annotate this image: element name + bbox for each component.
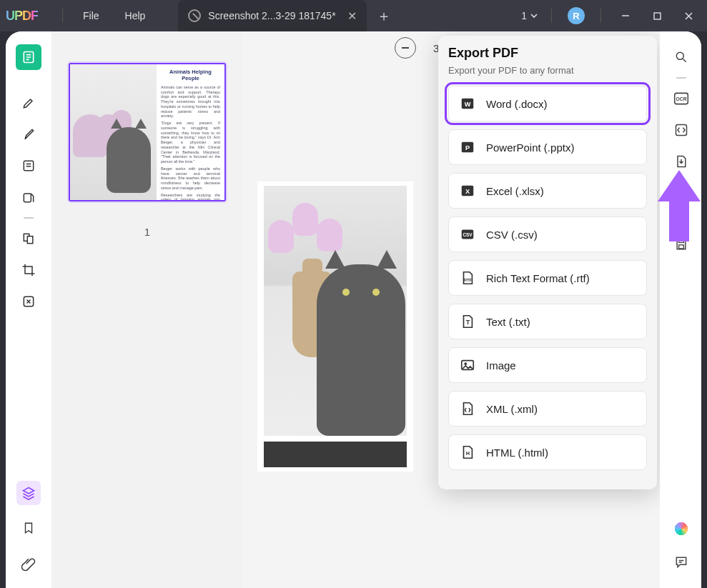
new-tab-button[interactable]: ＋: [377, 6, 391, 26]
ocr-tool[interactable]: OCR: [668, 86, 694, 111]
export-option-label: CSV (.csv): [486, 229, 538, 241]
divider: [676, 181, 686, 183]
window-maximize-button[interactable]: [643, 1, 671, 30]
export-option-label: HTML (.html): [486, 447, 548, 459]
minimize-icon: [621, 11, 631, 21]
export-option-label: Word (.docx): [486, 98, 548, 110]
page-preview: [257, 181, 413, 472]
excel-icon: X: [459, 182, 476, 199]
ai-icon: [670, 517, 692, 539]
svg-rect-0: [654, 13, 661, 19]
layers-icon: [21, 486, 36, 500]
export-option-word[interactable]: W Word (.docx): [448, 86, 647, 121]
zoom-out-button[interactable]: [395, 37, 416, 59]
document-tab[interactable]: Screenshot 2...3-29 181745* ✕: [178, 0, 366, 31]
comment-icon: [674, 555, 688, 569]
separator: [551, 9, 552, 23]
divider: [24, 217, 34, 219]
highlighter-icon: [21, 96, 36, 110]
page-thumbnail[interactable]: Animals Helping People Animals can serve…: [69, 63, 226, 201]
svg-point-20: [676, 52, 683, 59]
export-option-excel[interactable]: X Excel (.xlsx): [448, 173, 647, 209]
save-tool[interactable]: [668, 231, 694, 257]
svg-rect-24: [676, 199, 686, 207]
export-option-label: Rich Text Format (.rtf): [486, 272, 590, 284]
svg-rect-3: [24, 194, 31, 202]
mail-icon: [674, 196, 688, 210]
crop-tool[interactable]: [16, 257, 41, 283]
pages-organize-tool[interactable]: [16, 226, 41, 251]
page-image: [264, 186, 407, 467]
close-icon: [684, 11, 693, 21]
export-panel: Export PDF Export your PDF to any format…: [438, 36, 657, 489]
separator: [62, 9, 63, 23]
save-icon: [674, 237, 688, 251]
search-icon: [674, 50, 688, 64]
svg-rect-25: [678, 239, 683, 242]
export-subtitle: Export your PDF to any format: [448, 65, 647, 76]
thumbnail-page-number: 1: [144, 226, 150, 238]
export-option-xml[interactable]: XML (.xml): [448, 391, 647, 427]
window-close-button[interactable]: [674, 1, 703, 30]
ocr-icon: OCR: [673, 91, 689, 106]
export-option-text[interactable]: T Text (.txt): [448, 304, 647, 339]
close-icon[interactable]: ✕: [347, 9, 357, 23]
svg-text:CSV: CSV: [463, 232, 473, 237]
rtf-icon: RTF: [459, 269, 476, 286]
doc-paragraph: Animals can serve as a source of comfort…: [161, 85, 220, 119]
export-icon: [674, 154, 688, 169]
convert-icon: [674, 123, 688, 137]
powerpoint-icon: P: [459, 139, 476, 156]
export-option-label: Excel (.xlsx): [486, 185, 544, 197]
form-tool[interactable]: [16, 184, 41, 210]
user-avatar[interactable]: R: [568, 7, 585, 24]
document-viewport[interactable]: 31% ▼ Export PDF Export your PDF to any …: [243, 31, 660, 588]
menu-help[interactable]: Help: [112, 10, 159, 21]
pages-icon: [21, 231, 36, 246]
layers-button[interactable]: [16, 481, 41, 505]
ai-assistant-button[interactable]: [673, 521, 689, 537]
export-option-powerpoint[interactable]: P PowerPoint (.pptx): [448, 129, 647, 165]
compress-icon: [21, 294, 36, 309]
search-tool[interactable]: [668, 44, 694, 70]
convert-tool[interactable]: [668, 117, 694, 143]
thumbnail-panel: Animals Helping People Animals can serve…: [51, 31, 243, 588]
crop-icon: [21, 263, 36, 277]
maximize-icon: [653, 11, 662, 21]
svg-rect-2: [24, 161, 33, 170]
pen-tool[interactable]: [16, 121, 41, 147]
minus-icon: [400, 43, 410, 53]
attachment-button[interactable]: [16, 551, 41, 577]
doc-paragraph: Researchers are studying the safety of b…: [161, 193, 220, 202]
export-option-rtf[interactable]: RTF Rich Text Format (.rtf): [448, 260, 647, 296]
html-icon: H: [459, 444, 476, 461]
export-option-image[interactable]: Image: [448, 347, 647, 383]
svg-text:T: T: [466, 319, 470, 326]
export-option-html[interactable]: H HTML (.html): [448, 434, 647, 470]
chevron-down-icon: [530, 11, 538, 20]
app-logo: UPDF: [6, 9, 38, 24]
tab-title: Screenshot 2...3-29 181745*: [208, 10, 335, 21]
menu-file[interactable]: File: [70, 10, 112, 21]
svg-point-18: [464, 362, 467, 365]
window-minimize-button[interactable]: [611, 1, 640, 30]
comments-button[interactable]: [668, 549, 694, 575]
compress-tool[interactable]: [16, 289, 41, 314]
highlighter-tool[interactable]: [16, 90, 41, 116]
doc-paragraph: Berger works with people who have cancer…: [161, 166, 220, 191]
bookmark-button[interactable]: [16, 515, 41, 541]
right-toolbar: OCR: [660, 31, 701, 588]
thumbnail-text-preview: Animals Helping People Animals can serve…: [157, 64, 224, 200]
text-tool[interactable]: [16, 153, 41, 179]
page-number: 1: [521, 10, 527, 21]
export-option-csv[interactable]: CSV CSV (.csv): [448, 216, 647, 252]
page-indicator[interactable]: 1: [521, 10, 538, 21]
reader-tool[interactable]: [16, 44, 41, 70]
paperclip-icon: [21, 557, 36, 571]
bookmark-icon: [22, 521, 35, 535]
left-toolbar: [6, 31, 51, 588]
export-tool[interactable]: [668, 149, 694, 174]
svg-text:W: W: [465, 101, 471, 108]
csv-icon: CSV: [459, 226, 476, 243]
mail-tool[interactable]: [668, 190, 694, 216]
